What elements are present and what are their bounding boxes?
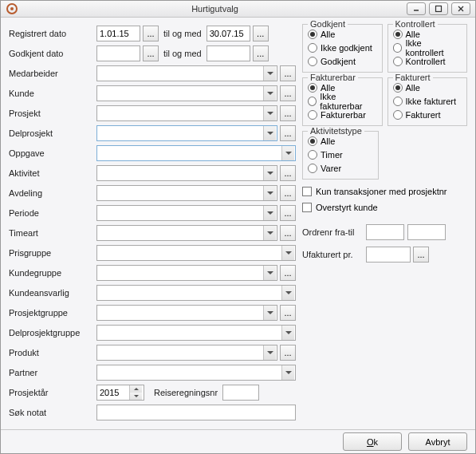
group-fakturert: Fakturert Alle Ikke fakturert Fakturert: [387, 77, 468, 126]
label-sok-notat: Søk notat: [9, 408, 96, 417]
delprosjektgruppe-combo[interactable]: [96, 325, 296, 341]
ufakturert-input[interactable]: [366, 247, 411, 263]
kunde-combo[interactable]: [96, 85, 277, 101]
close-button[interactable]: [451, 2, 470, 15]
radio-aktype-varer[interactable]: [308, 164, 317, 173]
minimize-button[interactable]: [407, 2, 426, 15]
prosjektgruppe-browse[interactable]: ...: [280, 305, 296, 321]
radio-aktype-timer[interactable]: [308, 150, 317, 160]
prosjektar-spinner[interactable]: [96, 385, 144, 401]
chevron-down-icon: [281, 146, 294, 160]
periode-browse[interactable]: ...: [280, 205, 296, 221]
timeart-combo[interactable]: [96, 225, 277, 241]
registrert-fra-input[interactable]: [96, 26, 140, 41]
label-avdeling: Avdeling: [9, 188, 96, 198]
prosjekt-browse[interactable]: ...: [280, 105, 296, 121]
label-aktivitet: Aktivitet: [9, 168, 96, 178]
prosjekt-combo[interactable]: [96, 105, 277, 121]
godkjent-til-browse[interactable]: ...: [253, 45, 269, 61]
radio-fakturert-ikke[interactable]: [393, 97, 403, 106]
label-medarbeider: Medarbeider: [9, 69, 96, 78]
kunde-browse[interactable]: ...: [280, 85, 296, 101]
window-title: Hurtigutvalg: [23, 4, 407, 14]
kundegruppe-combo[interactable]: [96, 265, 277, 281]
prisgruppe-combo[interactable]: [96, 245, 296, 261]
godkjent-fra-input[interactable]: [96, 45, 140, 61]
radio-kontrollert-alle[interactable]: [393, 30, 403, 39]
partner-combo[interactable]: [96, 365, 296, 381]
chevron-down-icon: [263, 206, 276, 220]
check-overstyrt-kunde[interactable]: [302, 203, 312, 212]
label-delprosjektgruppe: Delprosjektgruppe: [9, 328, 96, 338]
label-timeart: Timeart: [9, 228, 96, 238]
radio-fakturerbar-alle[interactable]: [308, 83, 317, 93]
chevron-down-icon: [281, 246, 294, 260]
legend-fakturerbar: Fakturerbar: [308, 73, 358, 82]
periode-combo[interactable]: [96, 205, 277, 221]
chevron-down-icon: [263, 226, 276, 240]
radio-fakturerbar-ikke[interactable]: [308, 97, 317, 106]
radio-godkjent-ja[interactable]: [308, 57, 317, 66]
aktivitet-combo[interactable]: [96, 165, 277, 181]
cancel-button[interactable]: Avbryt: [408, 432, 467, 451]
radio-fakturerbar-ja[interactable]: [308, 110, 317, 120]
prosjektgruppe-combo[interactable]: [96, 305, 277, 321]
oppgave-combo[interactable]: [96, 145, 296, 161]
radio-godkjent-alle[interactable]: [308, 30, 317, 39]
chevron-down-icon: [263, 106, 276, 120]
label-godkjent-dato: Godkjent dato: [9, 49, 96, 58]
sok-notat-input[interactable]: [96, 405, 296, 420]
radio-kontrollert-ikke[interactable]: [393, 43, 403, 53]
label-ordrenr: Ordrenr fra-til: [302, 227, 366, 237]
medarbeider-combo[interactable]: [96, 65, 277, 81]
reiseregningsnr-input[interactable]: [222, 385, 259, 401]
radio-fakturert-ja[interactable]: [393, 110, 403, 120]
chevron-down-icon: [263, 306, 276, 320]
registrert-til-input[interactable]: [207, 26, 250, 41]
chevron-down-icon: [263, 345, 276, 360]
ok-button[interactable]: Ok: [343, 432, 402, 451]
maximize-button[interactable]: [429, 2, 448, 15]
app-icon: [6, 2, 18, 15]
kundegruppe-browse[interactable]: ...: [280, 265, 296, 281]
check-kun-trans[interactable]: [302, 187, 312, 196]
ordrenr-fra-input[interactable]: [366, 224, 404, 240]
medarbeider-browse[interactable]: ...: [280, 65, 296, 81]
prosjektar-input[interactable]: [97, 385, 129, 400]
godkjent-fra-browse[interactable]: ...: [143, 45, 159, 61]
titlebar: Hurtigutvalg: [1, 1, 475, 18]
dialog-body: Registrert dato ... til og med ... Godkj…: [1, 18, 475, 429]
chevron-down-icon: [263, 266, 276, 280]
registrert-til-browse[interactable]: ...: [253, 26, 269, 41]
ordrenr-til-input[interactable]: [407, 224, 446, 240]
avdeling-combo[interactable]: [96, 185, 277, 201]
spinner-down-icon[interactable]: [130, 393, 142, 400]
radio-kontrollert-ja[interactable]: [393, 57, 403, 66]
label-oppgave: Oppgave: [9, 148, 96, 158]
group-godkjent: Godkjent Alle Ikke godkjent Godkjent: [302, 24, 383, 73]
label-kundegruppe: Kundegruppe: [9, 268, 96, 278]
kundeansvarlig-combo[interactable]: [96, 285, 296, 301]
registrert-fra-browse[interactable]: ...: [143, 26, 159, 41]
label-delprosjekt: Delprosjekt: [9, 128, 96, 138]
timeart-browse[interactable]: ...: [280, 225, 296, 241]
delprosjekt-combo[interactable]: [96, 125, 277, 141]
godkjent-til-input[interactable]: [207, 45, 250, 61]
radio-aktype-alle[interactable]: [308, 136, 317, 146]
label-prosjektar: Prosjektår: [9, 388, 96, 397]
avdeling-browse[interactable]: ...: [280, 185, 296, 201]
chevron-down-icon: [263, 86, 276, 101]
radio-fakturert-alle[interactable]: [393, 83, 403, 93]
ufakturert-browse[interactable]: ...: [413, 247, 429, 263]
aktivitet-browse[interactable]: ...: [280, 165, 296, 181]
chevron-down-icon: [281, 365, 294, 380]
produkt-browse[interactable]: ...: [280, 345, 296, 361]
produkt-combo[interactable]: [96, 345, 277, 361]
legend-fakturert: Fakturert: [393, 73, 433, 82]
svg-rect-3: [436, 6, 442, 12]
radio-godkjent-ikke[interactable]: [308, 43, 317, 53]
delprosjekt-browse[interactable]: ...: [280, 125, 296, 141]
label-overstyrt-kunde: Overstyrt kunde: [316, 203, 378, 212]
spinner-up-icon[interactable]: [130, 385, 142, 393]
label-registrert-dato: Registrert dato: [9, 29, 96, 38]
